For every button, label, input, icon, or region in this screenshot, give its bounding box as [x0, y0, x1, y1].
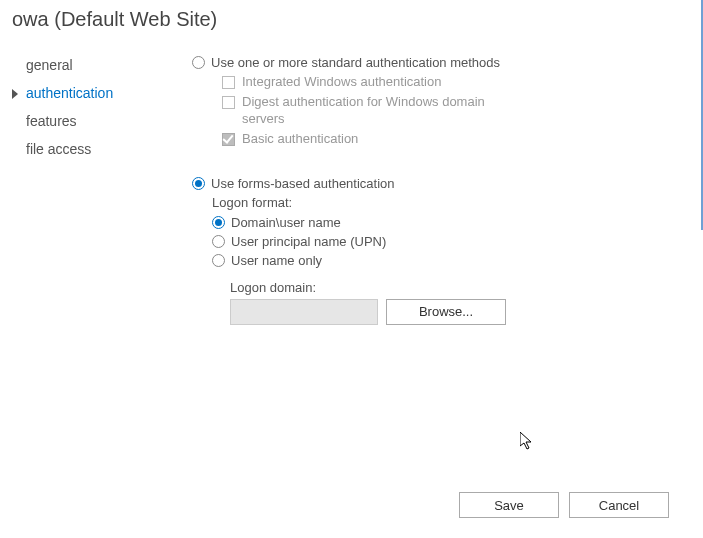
username-only-radio-row[interactable]: User name only	[212, 253, 691, 268]
sidebar: general authentication features file acc…	[12, 41, 152, 325]
upn-label: User principal name (UPN)	[231, 234, 386, 249]
digest-auth-checkbox-row[interactable]: Digest authentication for Windows domain…	[222, 94, 691, 128]
domain-username-label: Domain\user name	[231, 215, 341, 230]
forms-auth-radio-row[interactable]: Use forms-based authentication	[192, 176, 691, 191]
logon-format-group: Domain\user name User principal name (UP…	[212, 215, 691, 268]
radio-selected-icon	[192, 177, 205, 190]
username-only-label: User name only	[231, 253, 322, 268]
logon-domain-controls: Browse...	[230, 299, 691, 325]
integrated-windows-label: Integrated Windows authentication	[242, 74, 441, 91]
forms-auth-section: Use forms-based authentication Logon for…	[192, 176, 691, 325]
logon-domain-section: Logon domain: Browse...	[230, 280, 691, 325]
main-panel: Use one or more standard authentication …	[152, 41, 691, 325]
radio-selected-icon	[212, 216, 225, 229]
cancel-button[interactable]: Cancel	[569, 492, 669, 518]
standard-auth-label: Use one or more standard authentication …	[211, 55, 500, 70]
standard-auth-radio-row[interactable]: Use one or more standard authentication …	[192, 55, 691, 70]
checkbox-icon	[222, 76, 235, 89]
checkbox-checked-icon	[222, 133, 235, 146]
browse-button[interactable]: Browse...	[386, 299, 506, 325]
logon-format-label: Logon format:	[212, 195, 691, 210]
sidebar-item-features[interactable]: features	[12, 107, 152, 135]
radio-icon	[212, 235, 225, 248]
digest-auth-label: Digest authentication for Windows domain…	[242, 94, 522, 128]
content-area: general authentication features file acc…	[0, 41, 703, 325]
sidebar-item-file-access[interactable]: file access	[12, 135, 152, 163]
integrated-windows-checkbox-row[interactable]: Integrated Windows authentication	[222, 74, 691, 91]
page-title: owa (Default Web Site)	[0, 0, 703, 41]
save-button[interactable]: Save	[459, 492, 559, 518]
footer-buttons: Save Cancel	[459, 492, 669, 518]
sidebar-item-general[interactable]: general	[12, 51, 152, 79]
sidebar-item-authentication[interactable]: authentication	[12, 79, 152, 107]
domain-username-radio-row[interactable]: Domain\user name	[212, 215, 691, 230]
radio-icon	[192, 56, 205, 69]
checkbox-icon	[222, 96, 235, 109]
logon-domain-label: Logon domain:	[230, 280, 691, 295]
radio-icon	[212, 254, 225, 267]
cursor-icon	[520, 432, 536, 452]
basic-auth-checkbox-row[interactable]: Basic authentication	[222, 131, 691, 148]
upn-radio-row[interactable]: User principal name (UPN)	[212, 234, 691, 249]
basic-auth-label: Basic authentication	[242, 131, 358, 148]
logon-domain-input[interactable]	[230, 299, 378, 325]
forms-auth-label: Use forms-based authentication	[211, 176, 395, 191]
